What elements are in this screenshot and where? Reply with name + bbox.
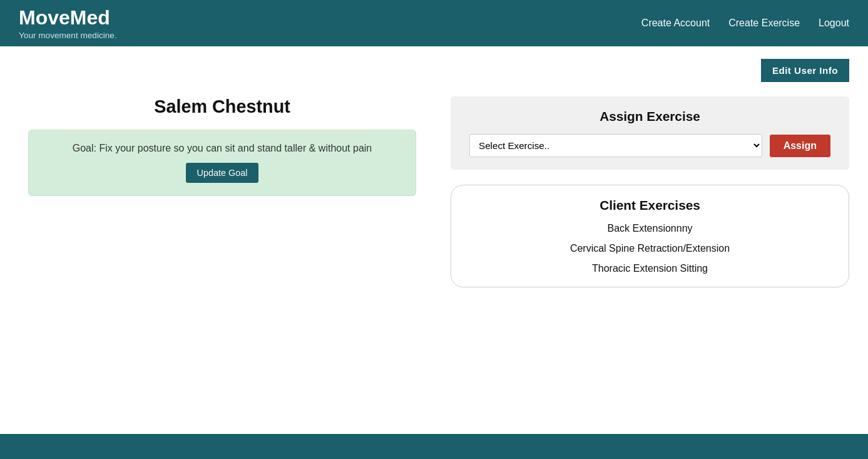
right-panel: Assign Exercise Select Exercise.. Assign… — [451, 96, 849, 287]
left-panel: Salem Chestnut Goal: Fix your posture so… — [19, 96, 426, 287]
assign-button[interactable]: Assign — [770, 135, 830, 157]
brand-title: MoveMed — [19, 6, 117, 29]
assign-exercise-row: Select Exercise.. Assign — [469, 134, 830, 157]
exercise-list: Back Extensionnny Cervical Spine Retract… — [470, 223, 830, 274]
update-goal-button[interactable]: Update Goal — [186, 163, 259, 183]
list-item: Back Extensionnny — [470, 223, 830, 234]
edit-user-button[interactable]: Edit User Info — [761, 59, 849, 82]
content-layout: Salem Chestnut Goal: Fix your posture so… — [19, 96, 849, 287]
brand-subtitle: Your movement medicine. — [19, 31, 117, 40]
create-account-link[interactable]: Create Account — [641, 18, 710, 29]
exercise-select[interactable]: Select Exercise.. — [469, 134, 762, 157]
navbar-links: Create Account Create Exercise Logout — [641, 18, 849, 29]
footer — [0, 434, 868, 459]
assign-exercise-box: Assign Exercise Select Exercise.. Assign — [451, 96, 849, 170]
navbar: MoveMed Your movement medicine. Create A… — [0, 0, 868, 46]
client-name: Salem Chestnut — [154, 96, 290, 117]
logout-link[interactable]: Logout — [819, 18, 849, 29]
list-item: Thoracic Extension Sitting — [470, 263, 830, 274]
main-content: Edit User Info Salem Chestnut Goal: Fix … — [0, 46, 868, 434]
list-item: Cervical Spine Retraction/Extension — [470, 243, 830, 254]
assign-exercise-title: Assign Exercise — [469, 109, 830, 124]
brand: MoveMed Your movement medicine. — [19, 6, 117, 40]
client-exercises-box: Client Exercises Back Extensionnny Cervi… — [451, 185, 849, 287]
create-exercise-link[interactable]: Create Exercise — [728, 18, 800, 29]
goal-text: Goal: Fix your posture so you can sit an… — [48, 143, 397, 154]
client-exercises-title: Client Exercises — [470, 198, 830, 213]
goal-box: Goal: Fix your posture so you can sit an… — [28, 130, 416, 196]
